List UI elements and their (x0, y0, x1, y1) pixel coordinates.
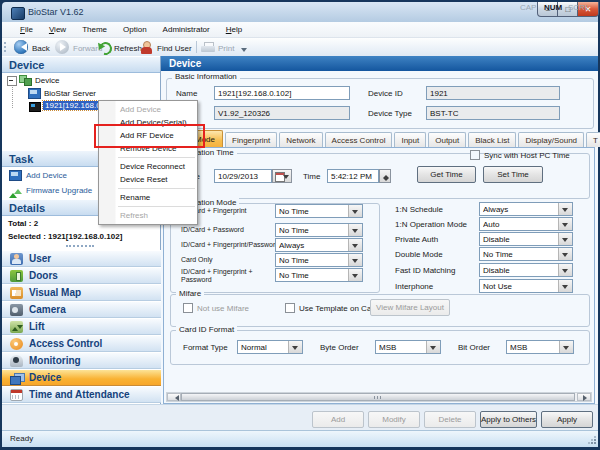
sidebar-item-user[interactable]: User (2, 250, 161, 267)
id-card-fingerprint-plus-password-combo[interactable]: No Time (275, 268, 363, 282)
scroll-left-arrow-icon[interactable] (167, 393, 181, 401)
sidebar-item-visual-map[interactable]: Visual Map (2, 284, 161, 301)
menu-theme[interactable]: Theme (74, 23, 115, 36)
context-menu-device-reset[interactable]: Device Reset (99, 173, 197, 186)
tab-display-sound[interactable]: Display/Sound (518, 132, 584, 147)
id-card-fingerprint-password-combo[interactable]: Always (275, 238, 363, 252)
tree-root-device[interactable]: Device (35, 76, 59, 85)
title-bar[interactable]: BioStar V1.62 (2, 2, 598, 23)
find-user-icon[interactable] (140, 41, 153, 54)
tab-input[interactable]: Input (394, 132, 426, 147)
chevron-down-icon[interactable] (558, 248, 572, 260)
back-icon[interactable] (14, 40, 28, 54)
menu-administrator[interactable]: Administrator (155, 23, 218, 36)
menu-view[interactable]: View (41, 23, 74, 36)
format-type-combo[interactable]: Normal (237, 340, 303, 354)
scroll-right-arrow-icon[interactable] (577, 393, 591, 401)
byte-order-combo[interactable]: MSB (375, 340, 441, 354)
resize-grip[interactable] (588, 436, 596, 444)
chevron-down-icon[interactable] (559, 341, 573, 353)
bit-order-label: Bit Order (458, 343, 490, 352)
scrollbar-thumb[interactable] (181, 393, 575, 401)
id-card-password-combo[interactable]: No Time (275, 223, 363, 237)
find-user-button[interactable]: Find User (157, 44, 192, 53)
sidebar-item-access-control[interactable]: Access Control (2, 335, 161, 352)
tab-t-and-a[interactable]: T & A (586, 132, 600, 147)
use-template-on-card-checkbox[interactable] (285, 303, 295, 313)
chevron-down-icon[interactable] (558, 280, 572, 292)
combo-value: Not Use (483, 282, 558, 291)
task-add-device[interactable]: Add Device (26, 171, 67, 180)
tab-black-list[interactable]: Black List (468, 132, 516, 147)
view-mifare-layout-button[interactable]: View Mifare Layout (370, 299, 450, 316)
tab-network[interactable]: Network (279, 132, 322, 147)
sidebar-item-label: Access Control (29, 338, 102, 349)
set-time-button[interactable]: Set Time (483, 166, 543, 183)
time-spinner[interactable] (379, 169, 391, 183)
sidebar-item-time-and-attendance[interactable]: Time and Attendance (2, 386, 161, 403)
id-card-fingerprint-combo[interactable]: No Time (275, 204, 363, 218)
interphone-combo[interactable]: Not Use (479, 279, 573, 293)
apply-button[interactable]: Apply (541, 411, 593, 428)
private-auth-combo[interactable]: Disable (479, 232, 573, 246)
double-mode-combo[interactable]: No Time (479, 247, 573, 261)
tree-expander[interactable] (7, 76, 17, 86)
add-button[interactable]: Add (312, 411, 364, 428)
chevron-down-icon[interactable] (558, 233, 572, 245)
one-n-schedule-combo[interactable]: Always (479, 202, 573, 216)
chevron-down-icon[interactable] (426, 341, 440, 353)
not-use-mifare-checkbox[interactable] (183, 303, 193, 313)
modify-button[interactable]: Modify (368, 411, 420, 428)
tab-fingerprint[interactable]: Fingerprint (225, 132, 277, 147)
sidebar-item-doors[interactable]: Doors (2, 267, 161, 284)
context-menu-rename[interactable]: Rename (99, 191, 197, 204)
context-menu-device-reconnect[interactable]: Device Reconnect (99, 160, 197, 173)
sidebar-item-monitoring[interactable]: Monitoring (2, 352, 161, 369)
date-field[interactable]: 10/29/2013 (214, 169, 272, 183)
tab-access-control[interactable]: Access Control (325, 132, 393, 147)
context-menu-add-device[interactable]: Add Device (99, 103, 197, 116)
sync-host-pc-time-checkbox[interactable] (470, 150, 480, 160)
chevron-down-icon[interactable] (348, 239, 362, 251)
context-menu-refresh[interactable]: Refresh (99, 209, 197, 222)
chevron-down-icon[interactable] (348, 205, 362, 217)
sidebar-item-label: Lift (29, 321, 45, 332)
chevron-down-icon[interactable] (348, 254, 362, 266)
toolbar-overflow-chevron-icon[interactable] (240, 40, 249, 54)
back-button[interactable]: Back (32, 44, 50, 53)
refresh-button[interactable]: Refresh (114, 44, 142, 53)
delete-button[interactable]: Delete (424, 411, 476, 428)
chevron-down-icon[interactable] (558, 264, 572, 276)
tree-item-biostar-server[interactable]: BioStar Server (44, 89, 96, 98)
chevron-down-icon[interactable] (558, 218, 572, 230)
status-bar: Ready (2, 430, 598, 447)
chevron-down-icon[interactable] (558, 203, 572, 215)
menu-separator (118, 188, 195, 189)
horizontal-scrollbar[interactable] (166, 392, 592, 402)
menu-option[interactable]: Option (115, 23, 155, 36)
chevron-down-icon[interactable] (348, 224, 362, 236)
bit-order-combo[interactable]: MSB (506, 340, 574, 354)
tab-output[interactable]: Output (428, 132, 466, 147)
card-only-combo[interactable]: No Time (275, 253, 363, 267)
print-button[interactable]: Print (218, 44, 234, 53)
device-type-field: BST-TC (426, 106, 560, 120)
sidebar-item-lift[interactable]: Lift (2, 318, 161, 335)
get-time-button[interactable]: Get Time (417, 166, 476, 183)
chevron-down-icon[interactable] (288, 341, 302, 353)
chevron-down-icon[interactable] (348, 269, 362, 281)
one-n-operation-mode-combo[interactable]: Auto (479, 217, 573, 231)
time-field[interactable]: 5:42:12 PM (327, 169, 379, 183)
sidebar-item-camera[interactable]: Camera (2, 301, 161, 318)
panel-splitter-handle[interactable] (66, 245, 94, 247)
calendar-dropdown-icon[interactable] (272, 169, 292, 183)
card-only-label: Card Only (181, 256, 213, 263)
menu-file[interactable]: File (12, 23, 41, 36)
sidebar-item-device[interactable]: Device (2, 369, 161, 386)
menu-help[interactable]: Help (218, 23, 250, 36)
task-firmware-upgrade[interactable]: Firmware Upgrade (26, 186, 92, 195)
name-field[interactable]: 1921[192.168.0.102] (214, 86, 350, 100)
fast-id-matching-combo[interactable]: Disable (479, 263, 573, 277)
combo-value: Always (279, 241, 348, 250)
apply-to-others-button[interactable]: Apply to Others (480, 411, 537, 428)
